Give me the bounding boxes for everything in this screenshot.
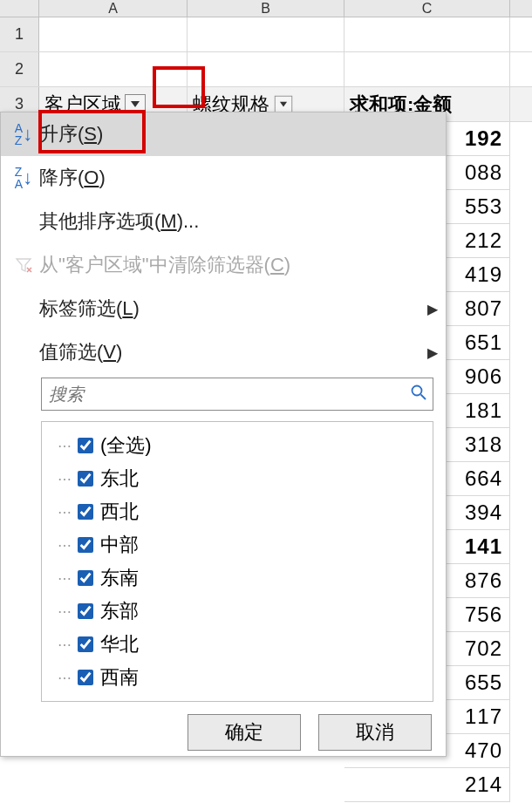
- annotation-highlight-sort-asc: [38, 110, 146, 153]
- menu-label: 其他排序选项(M)...: [39, 208, 446, 235]
- cell[interactable]: [188, 52, 344, 86]
- submenu-arrow-icon: ▶: [419, 301, 446, 317]
- tree-label: (全选): [100, 432, 152, 459]
- filter-dropdown-button[interactable]: [275, 95, 292, 112]
- tree-label: 西北: [100, 499, 139, 525]
- checkbox[interactable]: [78, 670, 93, 685]
- annotation-highlight-dropdown: [153, 66, 205, 108]
- svg-line-3: [421, 395, 426, 400]
- col-header-C[interactable]: C: [344, 0, 510, 17]
- tree-item[interactable]: ⋯东部: [47, 595, 427, 628]
- tree-item[interactable]: ⋯西南: [47, 661, 427, 694]
- search-box[interactable]: [41, 378, 433, 411]
- cell[interactable]: [344, 17, 510, 51]
- tree-item-select-all[interactable]: ⋯ (全选): [47, 429, 427, 462]
- menu-sort-descending[interactable]: ZA↓ 降序(O): [1, 156, 446, 200]
- search-icon[interactable]: [410, 384, 427, 405]
- row-2: 2: [0, 52, 532, 87]
- tree-item[interactable]: ⋯华北: [47, 628, 427, 661]
- tree-label: 东北: [100, 466, 139, 492]
- search-wrap: [1, 374, 446, 416]
- tree-connector-icon: ⋯: [58, 504, 71, 521]
- menu-label: 从"客户区域"中清除筛选器(C): [39, 252, 446, 278]
- checkbox[interactable]: [78, 570, 93, 586]
- checkbox[interactable]: [78, 438, 93, 453]
- checkbox[interactable]: [78, 471, 93, 487]
- tree-connector-icon: ⋯: [58, 471, 71, 487]
- spreadsheet-grid: A B C 1 2 3 客户区域 螺纹规格: [0, 0, 532, 122]
- menu-label-filter[interactable]: 标签筛选(L) ▶: [1, 287, 446, 330]
- tree-item[interactable]: ⋯东北: [47, 462, 427, 495]
- menu-more-sort-options[interactable]: 其他排序选项(M)...: [1, 200, 446, 243]
- tree-label: 东部: [100, 598, 139, 624]
- col-header-A[interactable]: A: [39, 0, 188, 17]
- checkbox[interactable]: [78, 537, 93, 553]
- menu-clear-filter: 从"客户区域"中清除筛选器(C): [1, 243, 446, 287]
- chevron-down-icon: [131, 101, 140, 108]
- checkbox[interactable]: [78, 603, 93, 619]
- menu-label: 标签筛选(L): [39, 296, 419, 322]
- tree-item[interactable]: ⋯东南: [47, 561, 427, 595]
- checkbox[interactable]: [78, 504, 93, 520]
- menu-label: 值筛选(V): [39, 339, 419, 365]
- tree-item[interactable]: ⋯中部: [47, 528, 427, 561]
- tree-connector-icon: ⋯: [58, 636, 71, 653]
- filter-dropdown-menu: AZ↓ 升序(S) ZA↓ 降序(O) 其他排序选项(M)... 从"客户区域"…: [0, 112, 447, 757]
- row-1: 1: [0, 17, 532, 52]
- search-input[interactable]: [47, 384, 410, 405]
- submenu-arrow-icon: ▶: [419, 344, 446, 361]
- chevron-down-icon: [280, 101, 288, 107]
- sort-descending-icon: ZA↓: [8, 166, 39, 190]
- tree-connector-icon: ⋯: [58, 670, 71, 686]
- clear-filter-icon: [8, 256, 39, 274]
- cell[interactable]: [344, 52, 510, 86]
- tree-connector-icon: ⋯: [58, 570, 71, 587]
- sort-ascending-icon: AZ↓: [8, 122, 39, 146]
- cancel-button[interactable]: 取消: [318, 714, 432, 751]
- tree-label: 西南: [100, 664, 139, 691]
- tree-label: 华北: [100, 631, 139, 657]
- cell[interactable]: [188, 17, 344, 51]
- select-all-corner[interactable]: [0, 0, 39, 17]
- tree-label: 中部: [100, 532, 139, 558]
- value-cell[interactable]: 214: [344, 768, 510, 802]
- tree-connector-icon: ⋯: [58, 438, 71, 454]
- tree-connector-icon: ⋯: [58, 603, 71, 620]
- menu-value-filter[interactable]: 值筛选(V) ▶: [1, 330, 446, 374]
- cell[interactable]: [39, 17, 188, 51]
- col-header-B[interactable]: B: [188, 0, 344, 17]
- filter-values-tree: ⋯ (全选) ⋯东北⋯西北⋯中部⋯东南⋯东部⋯华北⋯西南: [41, 421, 433, 702]
- checkbox[interactable]: [78, 636, 93, 652]
- row-header[interactable]: 2: [0, 52, 39, 86]
- menu-label: 降序(O): [39, 165, 446, 191]
- svg-point-2: [413, 386, 422, 396]
- ok-button[interactable]: 确定: [188, 714, 301, 751]
- column-headers: A B C: [0, 0, 532, 17]
- dialog-buttons: 确定 取消: [1, 709, 446, 752]
- row-header[interactable]: 1: [0, 17, 39, 51]
- tree-connector-icon: ⋯: [58, 537, 71, 554]
- tree-label: 东南: [100, 565, 139, 591]
- tree-item[interactable]: ⋯西北: [47, 495, 427, 528]
